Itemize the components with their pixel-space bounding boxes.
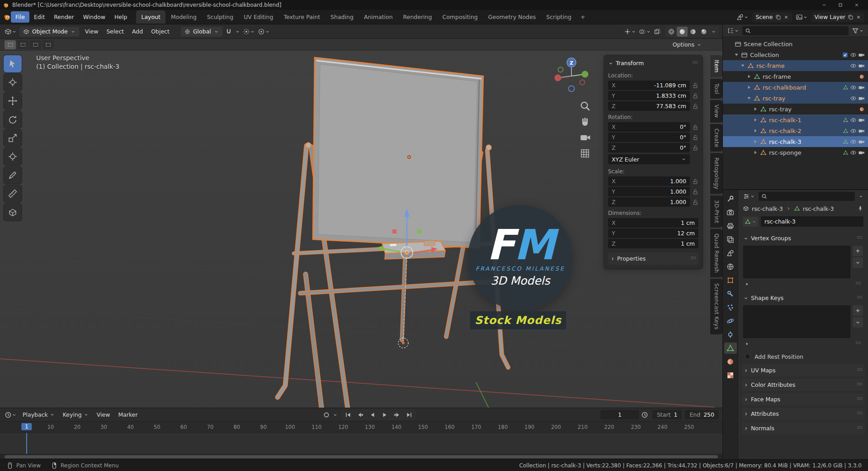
outliner-row-rsc-sponge-10[interactable]: rsc-sponge bbox=[723, 147, 868, 158]
blender-menu-icon[interactable] bbox=[4, 14, 11, 21]
properties-tab-modifiers[interactable] bbox=[724, 288, 737, 300]
editor-type-button[interactable] bbox=[4, 27, 18, 37]
location-z-field[interactable]: Z77.583 cm bbox=[608, 101, 690, 111]
tool-cursor-button[interactable] bbox=[4, 74, 22, 91]
outliner-row-rsc-chalk-3-9[interactable]: rsc-chalk-3 bbox=[723, 136, 868, 147]
pan-hand-icon[interactable] bbox=[580, 116, 590, 127]
proportional-editing-toggle[interactable] bbox=[257, 27, 271, 37]
outliner-row-rsc-chalk-2-8[interactable]: rsc-chalk-2 bbox=[723, 125, 868, 136]
viewport-axis-gizmo[interactable]: Z bbox=[551, 55, 592, 97]
workspace-tab-geometry-nodes[interactable]: Geometry Nodes bbox=[483, 10, 541, 24]
scale-y-field[interactable]: Y1.000 bbox=[608, 187, 690, 196]
disable-in-renders-icon[interactable] bbox=[858, 95, 865, 102]
properties-tab-texture[interactable] bbox=[724, 370, 737, 381]
workspace-tab-rendering[interactable]: Rendering bbox=[398, 10, 437, 24]
new-scene-icon[interactable] bbox=[775, 14, 781, 21]
current-frame-field[interactable]: 1 bbox=[600, 410, 639, 419]
chevron-right-icon[interactable] bbox=[752, 138, 759, 145]
breadcrumb-object[interactable]: rsc-chalk-3 bbox=[752, 205, 783, 212]
viewport-menu-add[interactable]: Add bbox=[128, 26, 147, 37]
panel-face-maps[interactable]: Face Maps bbox=[741, 393, 865, 405]
xray-toggle[interactable] bbox=[653, 27, 662, 37]
properties-tab-output[interactable] bbox=[724, 220, 737, 232]
close-button[interactable] bbox=[849, 0, 865, 10]
previous-keyframe-button[interactable] bbox=[354, 410, 367, 419]
outliner-editor-type-button[interactable] bbox=[726, 26, 740, 36]
disable-in-renders-icon[interactable] bbox=[858, 84, 865, 91]
jump-to-end-button[interactable] bbox=[403, 410, 415, 419]
drag-grip-icon[interactable] bbox=[854, 339, 862, 347]
mesh-data-selector[interactable] bbox=[743, 217, 758, 227]
show-gizmo-toggle[interactable] bbox=[623, 27, 637, 37]
lock-open-icon[interactable] bbox=[692, 82, 698, 89]
outliner-row-collection-1[interactable]: Collection bbox=[723, 49, 868, 60]
pin-icon[interactable] bbox=[857, 205, 863, 212]
properties-tab-world[interactable] bbox=[724, 261, 737, 272]
outliner-row-rsc-chalkboard-4[interactable]: rsc-chalkboard bbox=[723, 82, 868, 93]
lock-open-icon[interactable] bbox=[692, 134, 698, 141]
panel-grip-icon[interactable] bbox=[689, 254, 697, 262]
select-mode-set-button[interactable] bbox=[5, 40, 16, 49]
shape-keys-panel-header[interactable]: Shape Keys bbox=[741, 292, 865, 304]
viewport-menu-view[interactable]: View bbox=[81, 26, 103, 37]
properties-tab-particles[interactable] bbox=[724, 302, 737, 313]
workspace-tab-uv-editing[interactable]: UV Editing bbox=[239, 10, 278, 24]
menu-render[interactable]: Render bbox=[49, 11, 79, 23]
timeline-body[interactable]: 1102030405060708090100110120130140150160… bbox=[0, 422, 722, 454]
panel-uv-maps[interactable]: UV Maps bbox=[741, 364, 865, 376]
sidebar-tab-view[interactable]: View bbox=[710, 100, 722, 123]
timeline-menu-keying[interactable]: Keying bbox=[59, 409, 93, 420]
chevron-right-icon[interactable] bbox=[746, 73, 752, 80]
panel-grip-icon[interactable] bbox=[691, 59, 698, 66]
properties-tab-material[interactable] bbox=[724, 356, 737, 367]
snapping-toggle[interactable] bbox=[224, 27, 233, 37]
hide-in-viewport-icon[interactable] bbox=[850, 117, 857, 124]
sidebar-tab-tool[interactable]: Tool bbox=[710, 79, 722, 99]
menu-file[interactable]: File bbox=[11, 11, 29, 23]
workspace-tab-modeling[interactable]: Modeling bbox=[166, 10, 202, 24]
workspace-tab-layout[interactable]: Layout bbox=[136, 10, 165, 24]
chevron-down-icon[interactable] bbox=[746, 95, 752, 101]
chevron-right-icon[interactable] bbox=[752, 128, 759, 134]
select-mode-extend-button[interactable] bbox=[17, 40, 28, 49]
chevron-right-icon[interactable] bbox=[752, 117, 759, 123]
tool-add-cube-button[interactable] bbox=[4, 204, 22, 221]
menu-edit[interactable]: Edit bbox=[29, 11, 49, 23]
disable-in-renders-icon[interactable] bbox=[858, 128, 865, 134]
transform-orientation-dropdown[interactable]: Global bbox=[181, 27, 222, 37]
timeline-track[interactable] bbox=[0, 433, 722, 454]
shading-wireframe-button[interactable] bbox=[666, 27, 677, 37]
vertex-groups-panel-header[interactable]: Vertex Groups bbox=[741, 232, 865, 244]
playhead[interactable] bbox=[26, 433, 27, 454]
sidebar-tab-retopology[interactable]: Retopology bbox=[710, 153, 722, 194]
disable-in-renders-icon[interactable] bbox=[858, 149, 865, 156]
disable-in-renders-icon[interactable] bbox=[858, 62, 865, 69]
dimension-y-field[interactable]: Y12 cm bbox=[608, 228, 698, 238]
scale-z-field[interactable]: Z1.000 bbox=[608, 197, 690, 207]
properties-tab-tool[interactable] bbox=[724, 193, 737, 205]
sidebar-tab-3d-print[interactable]: 3D-Print bbox=[710, 195, 722, 228]
timeline-scrollbar-thumb[interactable] bbox=[5, 455, 718, 458]
lock-open-icon[interactable] bbox=[692, 124, 698, 130]
expand-icon[interactable] bbox=[745, 281, 750, 288]
dimension-z-field[interactable]: Z1 cm bbox=[608, 239, 698, 248]
outliner-row-rsc-chalk-1-7[interactable]: rsc-chalk-1 bbox=[723, 114, 868, 125]
shape-keys-list[interactable] bbox=[743, 305, 850, 338]
play-reverse-button[interactable] bbox=[367, 410, 379, 419]
tool-move-button[interactable] bbox=[4, 92, 22, 109]
timeline-ruler[interactable]: 1102030405060708090100110120130140150160… bbox=[0, 422, 722, 433]
sidebar-tab-item[interactable]: Item bbox=[710, 55, 722, 77]
rotation-y-field[interactable]: Y0° bbox=[608, 133, 690, 142]
chevron-down-icon[interactable] bbox=[733, 52, 740, 58]
disable-in-renders-icon[interactable] bbox=[858, 52, 865, 58]
properties-tab-render[interactable] bbox=[724, 207, 737, 218]
viewport-menu-object[interactable]: Object bbox=[147, 26, 174, 37]
hide-in-viewport-icon[interactable] bbox=[850, 128, 857, 134]
menu-help[interactable]: Help bbox=[110, 11, 132, 23]
playhead-frame-label[interactable]: 1 bbox=[21, 423, 32, 430]
lock-open-icon[interactable] bbox=[692, 93, 698, 99]
view-layer-browse-button[interactable] bbox=[794, 12, 809, 22]
timeline-menu-view[interactable]: View bbox=[93, 409, 114, 420]
shading-material-button[interactable] bbox=[688, 27, 698, 37]
hide-in-viewport-icon[interactable] bbox=[850, 95, 857, 102]
